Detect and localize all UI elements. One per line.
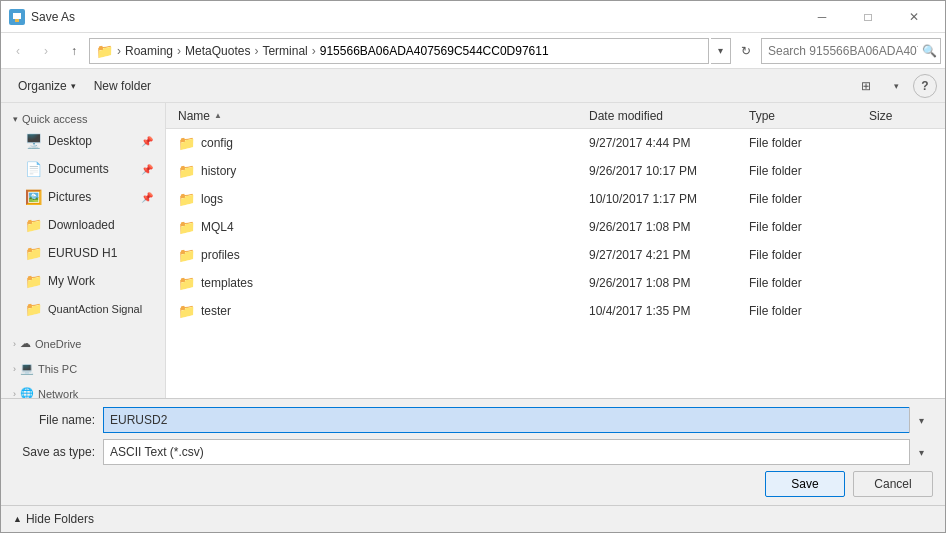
svg-rect-1 (13, 13, 21, 19)
toolbar-right: ⊞ ▾ ? (853, 73, 937, 99)
table-row[interactable]: 📁 config 9/27/2017 4:44 PM File folder (166, 129, 945, 157)
quick-access-section[interactable]: ▾ Quick access (1, 107, 165, 127)
back-button[interactable]: ‹ (5, 38, 31, 64)
hide-folders-chevron: ▲ (13, 514, 22, 524)
table-row[interactable]: 📁 logs 10/10/2017 1:17 PM File folder (166, 185, 945, 213)
col-header-type[interactable]: Type (741, 103, 861, 128)
table-row[interactable]: 📁 profiles 9/27/2017 4:21 PM File folder (166, 241, 945, 269)
new-folder-label: New folder (94, 79, 151, 93)
folder-icon: 📁 (178, 135, 195, 151)
folder-icon: 📁 (178, 275, 195, 291)
file-cell-type: File folder (741, 136, 861, 150)
sidebar-item-pictures[interactable]: 🖼️ Pictures 📌 (1, 183, 165, 211)
sidebar-item-downloaded[interactable]: 📁 Downloaded (1, 211, 165, 239)
file-cell-type: File folder (741, 304, 861, 318)
address-path[interactable]: 📁 › Roaming › MetaQuotes › Terminal › 91… (89, 38, 709, 64)
col-header-size[interactable]: Size (861, 103, 941, 128)
folder-icon: 📁 (178, 303, 195, 319)
sidebar-item-documents[interactable]: 📄 Documents 📌 (1, 155, 165, 183)
my-work-icon: 📁 (25, 273, 42, 289)
folder-icon: 📁 (178, 191, 195, 207)
new-folder-button[interactable]: New folder (85, 73, 160, 99)
file-cell-date: 10/4/2017 1:35 PM (581, 304, 741, 318)
help-button[interactable]: ? (913, 74, 937, 98)
sidebar-item-desktop[interactable]: 🖥️ Desktop 📌 (1, 127, 165, 155)
sort-arrow-name: ▲ (214, 111, 222, 120)
main-content: ▾ Quick access 🖥️ Desktop 📌 📄 Documents … (1, 103, 945, 398)
search-input[interactable] (768, 44, 918, 58)
filename-input[interactable] (103, 407, 933, 433)
network-chevron: › (13, 389, 16, 399)
path-metaquotes[interactable]: MetaQuotes (185, 44, 250, 58)
up-button[interactable]: ↑ (61, 38, 87, 64)
hide-folders-link[interactable]: ▲ Hide Folders (13, 512, 94, 526)
address-dropdown-button[interactable]: ▾ (711, 38, 731, 64)
col-header-date[interactable]: Date modified (581, 103, 741, 128)
file-rows: 📁 config 9/27/2017 4:44 PM File folder 📁… (166, 129, 945, 398)
close-button[interactable]: ✕ (891, 1, 937, 33)
onedrive-label: OneDrive (35, 338, 81, 350)
network-section[interactable]: › 🌐 Network (1, 381, 165, 398)
organize-button[interactable]: Organize ▾ (9, 73, 85, 99)
save-as-dialog: Save As ─ □ ✕ ‹ › ↑ 📁 › Roaming › MetaQu… (0, 0, 946, 533)
col-header-name[interactable]: Name ▲ (170, 103, 581, 128)
toolbar: Organize ▾ New folder ⊞ ▾ ? (1, 69, 945, 103)
table-row[interactable]: 📁 tester 10/4/2017 1:35 PM File folder (166, 297, 945, 325)
view-dropdown-button[interactable]: ▾ (883, 73, 909, 99)
filename-label: File name: (13, 413, 103, 427)
cancel-button[interactable]: Cancel (853, 471, 933, 497)
file-name-text: profiles (201, 248, 240, 262)
minimize-button[interactable]: ─ (799, 1, 845, 33)
file-cell-name: 📁 templates (170, 275, 581, 291)
path-roaming[interactable]: Roaming (125, 44, 173, 58)
file-cell-name: 📁 config (170, 135, 581, 151)
search-box[interactable]: 🔍 (761, 38, 941, 64)
file-cell-name: 📁 logs (170, 191, 581, 207)
title-bar: Save As ─ □ ✕ (1, 1, 945, 33)
documents-pin-icon: 📌 (141, 164, 153, 175)
save-button[interactable]: Save (765, 471, 845, 497)
forward-button[interactable]: › (33, 38, 59, 64)
sidebar-item-eurusd[interactable]: 📁 EURUSD H1 (1, 239, 165, 267)
pictures-icon: 🖼️ (25, 189, 42, 205)
savetype-row: Save as type: ASCII Text (*.csv) ▾ (13, 439, 933, 465)
path-guid[interactable]: 915566BA06ADA407569C544CC0D97611 (320, 44, 549, 58)
path-separator-1: › (117, 44, 121, 58)
sidebar-item-quantaction[interactable]: 📁 QuantAction Signal (1, 295, 165, 323)
onedrive-chevron: › (13, 339, 16, 349)
window-controls: ─ □ ✕ (799, 1, 937, 33)
help-icon: ? (921, 79, 928, 93)
sidebar-pictures-label: Pictures (48, 190, 91, 204)
buttons-row: Save Cancel (13, 471, 933, 497)
refresh-button[interactable]: ↻ (733, 38, 759, 64)
this-pc-section[interactable]: › 💻 This PC (1, 356, 165, 377)
maximize-button[interactable]: □ (845, 1, 891, 33)
path-terminal[interactable]: Terminal (262, 44, 307, 58)
savetype-select[interactable]: ASCII Text (*.csv) (103, 439, 933, 465)
organize-label: Organize (18, 79, 67, 93)
file-list: Name ▲ Date modified Type Size 📁 config (166, 103, 945, 398)
table-row[interactable]: 📁 history 9/26/2017 10:17 PM File folder (166, 157, 945, 185)
desktop-pin-icon: 📌 (141, 136, 153, 147)
sidebar-documents-label: Documents (48, 162, 109, 176)
onedrive-section[interactable]: › ☁ OneDrive (1, 331, 165, 352)
filename-input-wrapper: ▾ (103, 407, 933, 433)
file-cell-date: 9/27/2017 4:21 PM (581, 248, 741, 262)
sidebar-my-work-label: My Work (48, 274, 95, 288)
table-row[interactable]: 📁 MQL4 9/26/2017 1:08 PM File folder (166, 213, 945, 241)
table-row[interactable]: 📁 templates 9/26/2017 1:08 PM File folde… (166, 269, 945, 297)
file-name-text: tester (201, 304, 231, 318)
file-cell-type: File folder (741, 164, 861, 178)
file-cell-name: 📁 MQL4 (170, 219, 581, 235)
sidebar-item-my-work[interactable]: 📁 My Work (1, 267, 165, 295)
pictures-pin-icon: 📌 (141, 192, 153, 203)
path-separator-4: › (312, 44, 316, 58)
this-pc-chevron: › (13, 364, 16, 374)
filename-row: File name: ▾ (13, 407, 933, 433)
file-name-text: history (201, 164, 236, 178)
hide-folders-label: Hide Folders (26, 512, 94, 526)
file-cell-type: File folder (741, 220, 861, 234)
file-cell-name: 📁 tester (170, 303, 581, 319)
view-options-button[interactable]: ⊞ (853, 73, 879, 99)
file-name-text: MQL4 (201, 220, 234, 234)
